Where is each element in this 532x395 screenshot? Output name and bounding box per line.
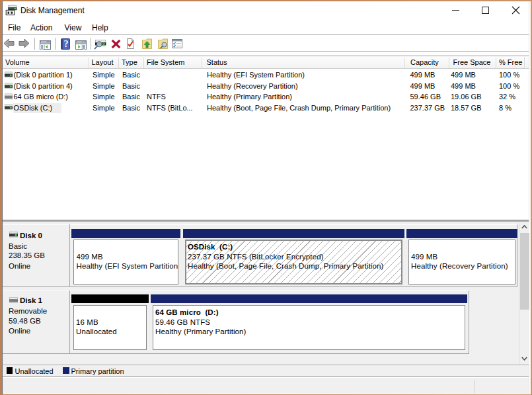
svg-text:?: ? bbox=[63, 39, 68, 49]
